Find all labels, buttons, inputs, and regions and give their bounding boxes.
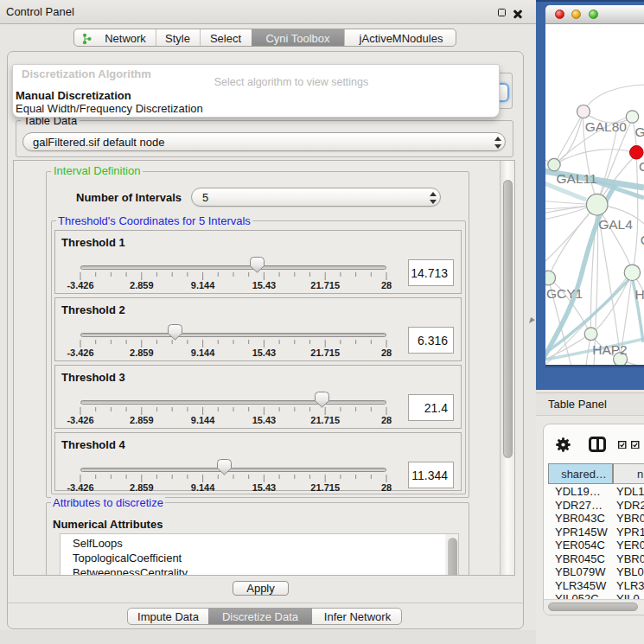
svg-text:GAL11: GAL11 [557, 171, 597, 186]
svg-text:C: C [641, 233, 644, 247]
svg-text:C: C [639, 159, 644, 174]
svg-text:HI: HI [635, 287, 644, 302]
svg-text:GCY1: GCY1 [546, 286, 583, 301]
svg-text:GAL80: GAL80 [585, 119, 628, 134]
svg-text:GA: GA [635, 124, 644, 139]
svg-text:HAP2: HAP2 [592, 342, 628, 357]
svg-text:GAL4: GAL4 [598, 217, 633, 232]
